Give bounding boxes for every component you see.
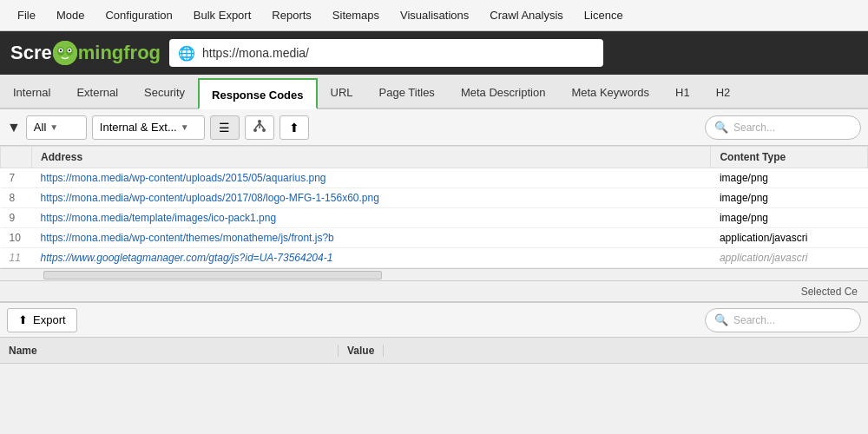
tab-meta-description[interactable]: Meta Description: [448, 76, 559, 108]
row-content-type: image/png: [711, 188, 868, 208]
menu-reports[interactable]: Reports: [261, 0, 322, 31]
bottom-search-placeholder: Search...: [733, 314, 775, 326]
row-content-type: image/png: [711, 208, 868, 228]
table-row: 9https://mona.media/template/images/ico-…: [1, 208, 868, 228]
menu-visualisations[interactable]: Visualisations: [390, 0, 479, 31]
row-content-type: image/png: [711, 168, 868, 188]
logo-frog-icon: [53, 41, 77, 65]
filter-bar: ▼ All ▼ Internal & Ext... ▼ ☰ ⬆ 🔍 Search…: [0, 109, 868, 146]
filter-all-label: All: [34, 121, 46, 134]
menu-configuration[interactable]: Configuration: [95, 0, 182, 31]
col-content-type-header[interactable]: Content Type: [711, 147, 868, 168]
filter-scope-dropdown[interactable]: Internal & Ext... ▼: [92, 115, 205, 140]
menu-file[interactable]: File: [7, 0, 46, 31]
menu-crawl-analysis[interactable]: Crawl Analysis: [479, 0, 574, 31]
table-row: 11https://www.googletagmanager.com/gtag/…: [1, 248, 868, 268]
globe-icon: 🌐: [178, 45, 195, 62]
menu-mode[interactable]: Mode: [46, 0, 95, 31]
selected-ce-bar: Selected Ce: [0, 280, 868, 301]
search-placeholder: Search...: [733, 122, 775, 134]
tabs-bar: Internal External Security Response Code…: [0, 75, 868, 109]
url-box[interactable]: 🌐 https://mona.media/: [169, 39, 603, 67]
upload-icon: ⬆: [289, 121, 299, 135]
bottom-export-button[interactable]: ⬆ Export: [7, 308, 77, 332]
table-row: 8https://mona.media/wp-content/uploads/2…: [1, 188, 868, 208]
logo: Scre mingfrog: [10, 41, 161, 65]
tab-response-codes[interactable]: Response Codes: [198, 78, 317, 109]
export-button[interactable]: ⬆: [279, 115, 309, 140]
horizontal-scrollbar[interactable]: [43, 271, 382, 279]
list-icon: ☰: [219, 121, 230, 135]
chevron-down-icon: ▼: [49, 122, 58, 132]
menu-bar: File Mode Configuration Bulk Export Repo…: [0, 0, 868, 31]
row-content-type: application/javascri: [711, 228, 868, 248]
row-content-type: application/javascri: [711, 248, 868, 268]
bottom-search-icon: 🔍: [714, 313, 728, 326]
tab-external[interactable]: External: [63, 76, 131, 108]
bottom-export-icon: ⬆: [18, 313, 28, 326]
row-number: 7: [1, 168, 32, 188]
row-number: 9: [1, 208, 32, 228]
svg-point-0: [53, 41, 77, 65]
tab-page-titles[interactable]: Page Titles: [366, 76, 448, 108]
svg-point-5: [60, 49, 62, 51]
tree-icon: [252, 119, 267, 135]
selected-ce-label: Selected Ce: [801, 286, 858, 298]
row-address[interactable]: https://mona.media/wp-content/uploads/20…: [32, 188, 711, 208]
bottom-columns-bar: Name Value: [0, 338, 868, 364]
bottom-export-label: Export: [33, 313, 66, 326]
col-num-header: [1, 147, 32, 168]
tab-internal[interactable]: Internal: [0, 76, 63, 108]
bottom-panel: ⬆ Export 🔍 Search... Name Value: [0, 301, 868, 364]
filter-all-dropdown[interactable]: All ▼: [26, 115, 87, 140]
search-icon: 🔍: [714, 121, 728, 134]
row-number: 11: [1, 248, 32, 268]
bottom-toolbar: ⬆ Export 🔍 Search...: [0, 303, 868, 338]
row-address[interactable]: https://mona.media/wp-content/themes/mon…: [32, 228, 711, 248]
data-table: Address Content Type 7https://mona.media…: [0, 146, 868, 268]
bottom-col-value: Value: [339, 345, 384, 357]
svg-point-7: [258, 120, 261, 123]
tab-security[interactable]: Security: [131, 76, 198, 108]
url-text: https://mona.media/: [202, 46, 595, 60]
table-row: 10https://mona.media/wp-content/themes/m…: [1, 228, 868, 248]
svg-point-8: [253, 128, 257, 132]
filter-icon: ▼: [7, 120, 21, 135]
tab-h2[interactable]: H2: [703, 76, 744, 108]
data-table-container: Address Content Type 7https://mona.media…: [0, 146, 868, 268]
logo-mingfrog: mingfrog: [78, 42, 161, 64]
menu-sitemaps[interactable]: Sitemaps: [322, 0, 390, 31]
bottom-search-box[interactable]: 🔍 Search...: [705, 308, 861, 332]
filter-scope-label: Internal & Ext...: [100, 121, 177, 134]
tab-h1[interactable]: H1: [662, 76, 703, 108]
row-address[interactable]: https://mona.media/wp-content/uploads/20…: [32, 168, 711, 188]
col-address-header[interactable]: Address: [32, 147, 711, 168]
row-address[interactable]: https://www.googletagmanager.com/gtag/js…: [32, 248, 711, 268]
row-number: 10: [1, 228, 32, 248]
menu-bulk-export[interactable]: Bulk Export: [183, 0, 261, 31]
tab-url[interactable]: URL: [318, 76, 366, 108]
row-number: 8: [1, 188, 32, 208]
tree-view-button[interactable]: [245, 115, 274, 140]
tab-meta-keywords[interactable]: Meta Keywords: [558, 76, 662, 108]
horizontal-scrollbar-row: [0, 268, 868, 280]
address-bar: Scre mingfrog 🌐 https://mona.media/: [0, 31, 868, 75]
row-address[interactable]: https://mona.media/template/images/ico-p…: [32, 208, 711, 228]
svg-point-6: [69, 49, 70, 51]
svg-point-9: [262, 128, 266, 132]
logo-scr: Scre: [10, 42, 52, 64]
menu-licence[interactable]: Licence: [574, 0, 634, 31]
bottom-col-name: Name: [0, 345, 339, 357]
table-row: 7https://mona.media/wp-content/uploads/2…: [1, 168, 868, 188]
list-view-button[interactable]: ☰: [210, 115, 240, 140]
top-search-box[interactable]: 🔍 Search...: [705, 115, 861, 140]
chevron-down-icon-2: ▼: [181, 122, 189, 132]
